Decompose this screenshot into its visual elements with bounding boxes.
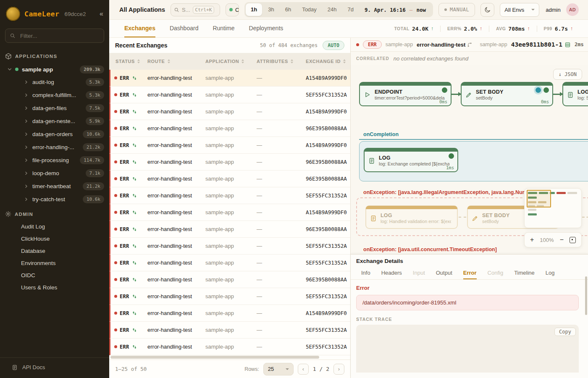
- table-row[interactable]: ERR error-handling-test sample-app — A15…: [109, 70, 350, 87]
- footprints-icon: [132, 344, 137, 349]
- detail-tab[interactable]: Info: [361, 267, 370, 279]
- avatar[interactable]: AD: [566, 3, 579, 16]
- zoom-in-button[interactable]: +: [530, 236, 534, 243]
- detail-tab[interactable]: Headers: [381, 267, 402, 279]
- route-name: audit-log: [32, 79, 54, 85]
- flow-node-completion-log[interactable]: LOG log: Exchange completed [${exchan 1m…: [364, 148, 458, 172]
- prev-page-button[interactable]: ‹: [298, 364, 309, 375]
- rows-per-page-select[interactable]: 25: [263, 363, 294, 375]
- fit-view-button[interactable]: [570, 237, 576, 243]
- auto-refresh-badge[interactable]: AUTO: [323, 41, 344, 50]
- sidebar-admin-item[interactable]: Environments: [0, 257, 109, 269]
- sidebar-admin-item[interactable]: Users & Roles: [0, 281, 109, 294]
- table-row[interactable]: ERR error-handling-test sample-app — 96E…: [109, 221, 350, 238]
- sidebar-admin-item[interactable]: ClickHouse: [0, 233, 109, 245]
- flow-node-endpoint[interactable]: ENDPOINT timer:errorTest?period=5000&del…: [359, 82, 452, 106]
- table-body: ERR error-handling-test sample-app — A15…: [109, 70, 350, 355]
- copy-button[interactable]: Copy: [554, 328, 576, 336]
- global-search[interactable]: S... Ctrl+K: [171, 3, 220, 16]
- table-row[interactable]: ERR error-handling-test sample-app — 5EF…: [109, 238, 350, 255]
- nav-tab[interactable]: Dashboard: [170, 20, 199, 37]
- sidebar-route-item[interactable]: data-gen-neste... 5.9k: [0, 115, 109, 128]
- table-row[interactable]: ERR error-handling-test sample-app — A15…: [109, 103, 350, 120]
- node-status-dot: [543, 87, 549, 93]
- date-range-display[interactable]: 9. Apr. 16:16 – now: [359, 7, 432, 13]
- column-header[interactable]: STATUS: [110, 59, 147, 64]
- nav-tab[interactable]: Exchanges: [124, 20, 155, 37]
- route-flow-canvas[interactable]: ↓ JSON ENDPOINT timer:errorTest?period=5…: [351, 65, 588, 254]
- column-header[interactable]: ATTRIBUTES: [257, 59, 306, 64]
- route-fork-icon[interactable]: [467, 42, 472, 47]
- table-row[interactable]: ERR error-handling-test sample-app — 5EF…: [109, 187, 350, 204]
- table-row[interactable]: ERR error-handling-test sample-app — 5EF…: [109, 322, 350, 339]
- stat-group: AVG 708ms ↑: [489, 26, 537, 32]
- count-badge: 10.6k: [83, 195, 104, 203]
- time-range-button[interactable]: 24h: [323, 3, 342, 16]
- environment-selector[interactable]: All Envs: [500, 3, 539, 17]
- detail-tab[interactable]: Config: [488, 267, 504, 279]
- vertical-scrollbar-thumb[interactable]: [585, 276, 587, 315]
- detail-tab[interactable]: Output: [436, 267, 452, 279]
- detail-tab[interactable]: Timeline: [514, 267, 535, 279]
- sidebar-route-item[interactable]: loop-demo 7.1k: [0, 167, 109, 180]
- table-row[interactable]: ERR error-handling-test sample-app — 5EF…: [109, 288, 350, 305]
- column-header[interactable]: ROUTE: [147, 59, 205, 64]
- footprints-icon: [132, 328, 137, 333]
- flow-node-log[interactable]: LOG log: Sta: [562, 82, 588, 106]
- database-icon[interactable]: [564, 42, 571, 48]
- sidebar-route-item[interactable]: timer-heartbeat 21.2k: [0, 180, 109, 193]
- sidebar-item-sample-app[interactable]: sample app 209.3k: [0, 63, 109, 76]
- table-row[interactable]: ERR error-handling-test sample-app — 96E…: [109, 271, 350, 288]
- sidebar-item-api-docs[interactable]: API Docs: [0, 357, 109, 378]
- column-header[interactable]: APPLICATION: [205, 59, 257, 64]
- detail-tab[interactable]: Input: [413, 267, 425, 279]
- sidebar-collapse-icon[interactable]: «: [100, 10, 103, 18]
- nav-tab[interactable]: Deployments: [249, 20, 284, 37]
- nav-tab[interactable]: Runtime: [213, 20, 234, 37]
- table-row[interactable]: ERR error-handling-test sample-app — 5EF…: [109, 87, 350, 103]
- sidebar-route-item[interactable]: complex-fulfillm... 5.3k: [0, 89, 109, 102]
- detail-tab[interactable]: Error: [463, 267, 477, 279]
- sidebar-admin-item[interactable]: Audit Log: [0, 220, 109, 233]
- manual-refresh-button[interactable]: MANUAL: [438, 3, 475, 17]
- download-json-button[interactable]: ↓ JSON: [553, 69, 582, 80]
- breakpoint-dot[interactable]: [536, 87, 541, 93]
- minimap[interactable]: [524, 188, 582, 228]
- table-row[interactable]: ERR error-handling-test sample-app — 96E…: [109, 120, 350, 137]
- dark-mode-toggle[interactable]: [480, 3, 494, 17]
- time-range-button[interactable]: 3h: [263, 3, 279, 16]
- section-title: Exchange Details: [351, 255, 588, 267]
- sidebar-route-item[interactable]: audit-log 5.3k: [0, 76, 109, 89]
- sidebar-admin-item[interactable]: OIDC: [0, 269, 109, 281]
- sidebar-filter[interactable]: [5, 29, 104, 43]
- detail-tab[interactable]: Log: [546, 267, 555, 279]
- scrollbar-thumb[interactable]: [110, 356, 319, 359]
- sidebar-route-item[interactable]: data-gen-files 7.5k: [0, 102, 109, 115]
- horizontal-scrollbar[interactable]: [109, 355, 350, 360]
- sidebar-route-item[interactable]: file-processing 114.7k: [0, 154, 109, 167]
- time-range-button[interactable]: Today: [297, 3, 322, 16]
- column-header[interactable]: EXCHANGE ID: [306, 59, 350, 64]
- time-range-button[interactable]: 6h: [280, 3, 296, 16]
- minimap-viewport[interactable]: [527, 190, 551, 207]
- zoom-out-button[interactable]: −: [560, 236, 564, 243]
- live-indicator-button[interactable]: O: [226, 3, 239, 16]
- flow-node-exception-log[interactable]: LOG log: Handled validation error: ${exc…: [365, 205, 458, 229]
- chevron-right-icon: [24, 106, 28, 110]
- filter-input[interactable]: [19, 32, 100, 39]
- sidebar-route-item[interactable]: error-handling-... 21.2k: [0, 141, 109, 154]
- sidebar-route-item[interactable]: data-gen-orders 10.6k: [0, 128, 109, 141]
- flow-node-set-body[interactable]: SET BODY setBody 0ms: [461, 82, 553, 106]
- sidebar-admin-item[interactable]: Database: [0, 245, 109, 257]
- sidebar-route-item[interactable]: try-catch-test 10.6k: [0, 193, 109, 206]
- time-range-button[interactable]: 1h: [246, 3, 262, 16]
- table-row[interactable]: ERR error-handling-test sample-app — A15…: [109, 204, 350, 221]
- table-row[interactable]: ERR error-handling-test sample-app — A15…: [109, 137, 350, 154]
- table-row[interactable]: ERR error-handling-test sample-app — A15…: [109, 305, 350, 322]
- next-page-button[interactable]: ›: [333, 364, 344, 375]
- table-row[interactable]: ERR error-handling-test sample-app — 96E…: [109, 171, 350, 187]
- table-row[interactable]: ERR error-handling-test sample-app — 5EF…: [109, 339, 350, 355]
- table-row[interactable]: ERR error-handling-test sample-app — 96E…: [109, 154, 350, 171]
- table-row[interactable]: ERR error-handling-test sample-app — 5EF…: [109, 255, 350, 271]
- time-range-button[interactable]: 7d: [343, 3, 359, 16]
